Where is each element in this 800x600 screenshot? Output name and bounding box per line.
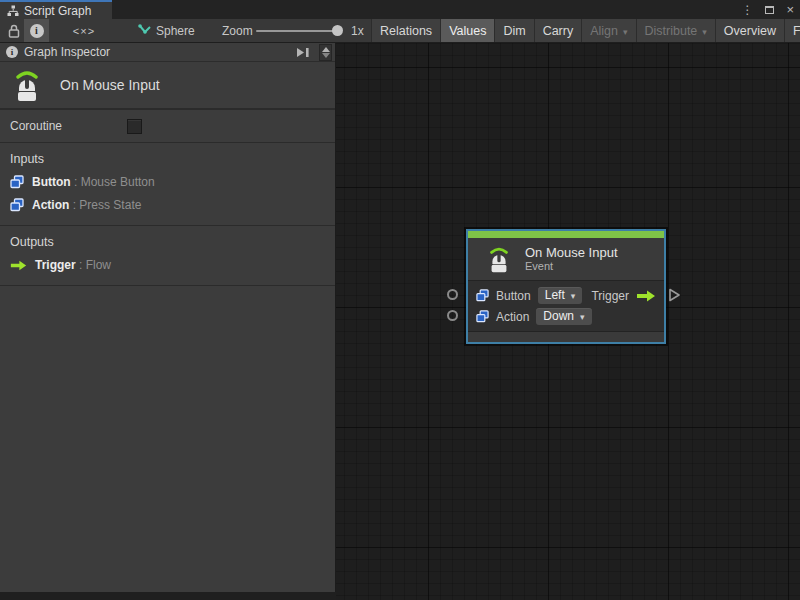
inputs-title: Inputs — [10, 152, 335, 166]
toolbar-buttons: Relations Values Dim Carry Align▾ Distri… — [371, 19, 800, 42]
inputs-section: Inputs Button : Mouse Button Action : Pr… — [0, 143, 335, 226]
stepper-down-icon[interactable] — [322, 53, 330, 58]
trigger-output: Trigger — [591, 289, 656, 303]
toolbar-button-overview[interactable]: Overview — [715, 19, 784, 42]
window-controls: ⋮ × — [741, 0, 794, 19]
toolbar-button-align[interactable]: Align▾ — [581, 19, 635, 42]
tab-strip: Script Graph ⋮ × — [0, 0, 800, 19]
value-port-icon — [10, 198, 24, 212]
maximize-button[interactable] — [765, 6, 774, 14]
close-button[interactable]: × — [786, 3, 794, 16]
graph-inspector-panel: i Graph Inspector — [0, 43, 336, 592]
inspector-title: Graph Inspector — [24, 45, 110, 59]
outputs-section: Outputs Trigger : Flow — [0, 226, 335, 286]
value-port-icon — [10, 175, 24, 189]
node-row-button: Button Left▾ Trigger — [468, 285, 664, 306]
toolbar-button-relations[interactable]: Relations — [371, 19, 440, 42]
tab-label: Script Graph — [24, 4, 91, 18]
coroutine-row: Coroutine — [0, 110, 335, 143]
toolbar-button-distribute[interactable]: Distribute▾ — [636, 19, 715, 42]
node-body: Button Left▾ Trigger Action — [468, 280, 664, 332]
button-value-dropdown[interactable]: Left▾ — [538, 287, 583, 304]
node-on-mouse-input[interactable]: On Mouse Input Event Button Left▾ Trigge… — [468, 231, 664, 342]
panel-collapse-icon — [295, 46, 311, 59]
node-subtitle: Event — [525, 260, 618, 273]
zoom-stepper[interactable] — [319, 44, 332, 61]
toolbar-button-fullscreen[interactable]: Full Screen — [784, 19, 800, 42]
lock-icon — [8, 24, 20, 38]
code-view-button[interactable]: <×> — [64, 19, 104, 42]
mouse-input-icon — [485, 244, 513, 274]
panel-bottom-edge — [0, 592, 336, 600]
toolbar-button-carry[interactable]: Carry — [534, 19, 582, 42]
info-icon: i — [6, 46, 18, 58]
port-label-button: Button — [496, 289, 531, 303]
input-port-action[interactable] — [447, 310, 458, 321]
graph-tab-icon — [7, 5, 19, 17]
unit-header: On Mouse Input — [0, 62, 335, 110]
tab-script-graph[interactable]: Script Graph — [0, 0, 112, 19]
lock-button[interactable] — [6, 19, 22, 42]
node-title: On Mouse Input — [525, 245, 618, 260]
zoom-slider-track[interactable] — [256, 30, 340, 32]
node-event-strip — [468, 231, 664, 238]
value-port-icon — [476, 289, 489, 302]
port-label-action: Action — [496, 310, 529, 324]
output-port-row: Trigger : Flow — [10, 257, 335, 273]
unit-title: On Mouse Input — [60, 77, 160, 93]
toolbar-button-values[interactable]: Values — [440, 19, 494, 42]
inspector-header: i Graph Inspector — [0, 43, 335, 62]
input-port-row: Action : Press State — [10, 197, 335, 213]
target-object-label[interactable]: Sphere — [156, 19, 195, 42]
node-header[interactable]: On Mouse Input Event — [468, 238, 664, 280]
output-port-trigger[interactable] — [668, 288, 681, 302]
script-graph-window: Script Graph ⋮ × i <×> Sphe — [0, 0, 800, 600]
mouse-input-icon — [10, 67, 44, 103]
outputs-title: Outputs — [10, 235, 335, 249]
code-icon: <×> — [73, 25, 95, 37]
inspector-toggle-button[interactable]: i — [24, 19, 49, 42]
zoom-label: Zoom — [222, 19, 253, 42]
kebab-menu-icon[interactable]: ⋮ — [741, 3, 753, 17]
caret-down-icon: ▾ — [571, 291, 576, 301]
flow-arrow-icon — [10, 260, 27, 271]
action-value-dropdown[interactable]: Down▾ — [536, 308, 591, 325]
graph-toolbar: i <×> Sphere Zoom 1x Relations Values Di… — [0, 19, 800, 43]
input-port-button[interactable] — [447, 289, 458, 300]
stepper-up-icon[interactable] — [322, 47, 330, 52]
caret-down-icon: ▾ — [702, 27, 707, 37]
coroutine-checkbox[interactable] — [127, 119, 142, 134]
port-label-trigger: Trigger — [591, 289, 629, 303]
toolbar-button-dim[interactable]: Dim — [494, 19, 533, 42]
coroutine-label: Coroutine — [10, 119, 62, 133]
value-port-icon — [476, 310, 489, 323]
script-machine-icon — [137, 19, 153, 42]
info-icon: i — [30, 24, 44, 38]
flow-arrow-icon — [636, 290, 656, 302]
caret-down-icon: ▾ — [580, 312, 585, 322]
node-footer — [468, 332, 664, 342]
caret-down-icon: ▾ — [623, 27, 628, 37]
node-row-action: Action Down▾ — [468, 306, 664, 327]
zoom-slider-handle[interactable] — [332, 25, 343, 36]
zoom-value: 1x — [351, 19, 364, 42]
input-port-row: Button : Mouse Button — [10, 174, 335, 190]
panel-collapse-button[interactable] — [295, 46, 311, 59]
